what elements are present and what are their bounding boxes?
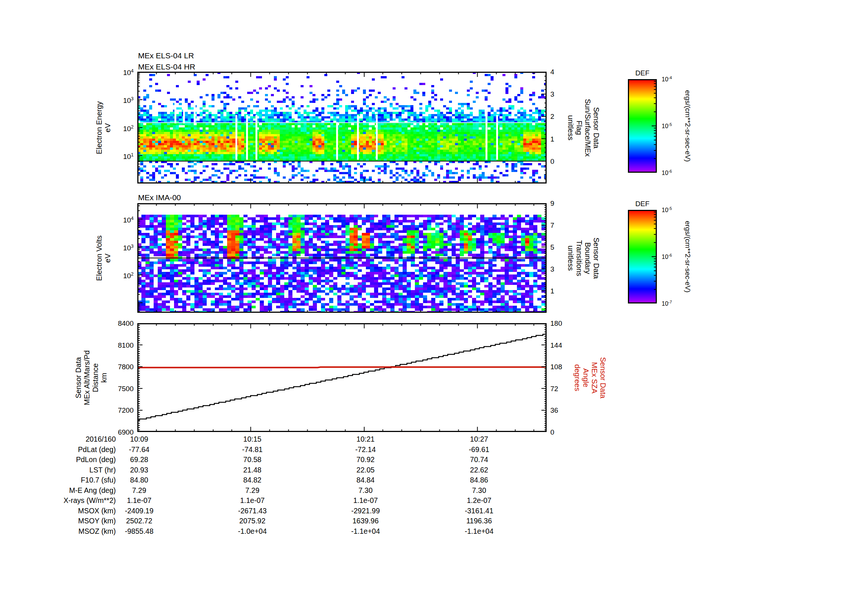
table-cell: 2502.72 bbox=[126, 517, 152, 525]
right-axis-label-line: Flag bbox=[575, 99, 583, 157]
table-cell: 10:15 bbox=[243, 435, 262, 443]
right-axis-label-line: degrees bbox=[573, 357, 581, 398]
cb-tick-mantissa: 10 bbox=[662, 300, 668, 307]
right-tick-label: 2 bbox=[550, 113, 555, 120]
colorbar-tick-label: 10-6 bbox=[662, 169, 672, 176]
panel-title: MEx ELS-04 HR bbox=[138, 62, 195, 72]
tick-exponent: 2 bbox=[131, 271, 133, 277]
right-tick-label: 1 bbox=[550, 135, 555, 142]
colorbar-title: DEF bbox=[636, 200, 649, 208]
right-axis-label-line: Sensor Data bbox=[592, 99, 600, 157]
table-row-label: MSOZ (km) bbox=[78, 527, 116, 535]
tick-mantissa: 10 bbox=[123, 96, 131, 104]
table-cell: 1.1e-07 bbox=[127, 496, 151, 505]
colorbar-els-spectrogram bbox=[628, 79, 657, 173]
cb-tick-mantissa: 10 bbox=[662, 76, 668, 82]
cb-tick-exponent: -5 bbox=[668, 206, 672, 211]
table-cell: 1639.96 bbox=[353, 517, 379, 525]
table-cell: 22.62 bbox=[470, 465, 488, 474]
right-tick-label: 144 bbox=[550, 341, 562, 348]
table-cell: -1.1e+04 bbox=[465, 527, 494, 535]
y-tick-label: 8100 bbox=[118, 341, 133, 348]
table-row-label: F10.7 (sfu) bbox=[81, 476, 116, 484]
y-axis-label-line: Electron Volts bbox=[95, 235, 104, 280]
y-tick-label: 7800 bbox=[118, 363, 133, 370]
right-tick-label: 5 bbox=[550, 244, 555, 251]
mex-orbit-summary-figure: MEx ELS-04 LRMEx ELS-04 HR10410310210143… bbox=[0, 0, 868, 614]
right-axis-label: Sensor DataMEx SZAAngledegrees bbox=[573, 357, 607, 398]
right-tick-label: 72 bbox=[550, 385, 558, 392]
tick-exponent: 3 bbox=[131, 96, 133, 101]
table-cell: 84.80 bbox=[130, 476, 149, 484]
y-axis-label-line: Distance bbox=[91, 350, 100, 405]
table-row-label: MSOY (km) bbox=[78, 517, 116, 525]
right-tick-label: 1 bbox=[550, 288, 555, 295]
right-tick-label: 7 bbox=[550, 222, 555, 229]
table-row-label: LST (hr) bbox=[90, 465, 116, 474]
table-cell: 2075.92 bbox=[239, 517, 266, 525]
y-tick-label: 103 bbox=[123, 95, 133, 104]
right-axis-label-line: Transitions bbox=[575, 237, 583, 278]
table-row-label: 2016/160 bbox=[86, 435, 116, 443]
table-row-label: X-rays (W/m**2) bbox=[64, 496, 116, 505]
y-tick-label: 103 bbox=[123, 242, 133, 252]
right-axis-label-line: Sensor Data bbox=[598, 357, 607, 398]
tick-exponent: 4 bbox=[131, 68, 133, 73]
table-row-label: PdLon (deg) bbox=[76, 455, 116, 464]
table-row-label: PdLat (deg) bbox=[78, 445, 116, 454]
cb-tick-mantissa: 10 bbox=[662, 207, 668, 213]
colorbar-tick-label: 10-6 bbox=[662, 253, 672, 260]
table-cell: -3161.41 bbox=[465, 506, 494, 515]
colorbar-tick-label: 10-5 bbox=[662, 122, 672, 130]
right-tick-label: 36 bbox=[550, 407, 558, 414]
panel-title: MEx ELS-04 LR bbox=[138, 51, 194, 60]
right-tick-label: 3 bbox=[550, 266, 555, 273]
tick-mantissa: 10 bbox=[123, 125, 131, 133]
table-cell: -2409.19 bbox=[125, 506, 153, 515]
table-cell: 1.1e-07 bbox=[353, 496, 378, 505]
table-cell: -74.81 bbox=[242, 445, 262, 454]
right-axis-label-line: unitless bbox=[566, 237, 575, 278]
tick-exponent: 1 bbox=[131, 152, 133, 157]
table-cell: 1.1e-07 bbox=[240, 496, 265, 505]
right-tick-label: 4 bbox=[550, 68, 555, 75]
y-tick-label: 102 bbox=[123, 123, 133, 132]
table-cell: 10:09 bbox=[130, 435, 149, 443]
cb-tick-exponent: -5 bbox=[668, 122, 672, 127]
cb-tick-mantissa: 10 bbox=[662, 123, 668, 129]
cb-tick-exponent: -7 bbox=[668, 300, 672, 304]
table-cell: 84.84 bbox=[356, 476, 375, 484]
y-tick-label: 104 bbox=[123, 67, 133, 76]
table-cell: 20.93 bbox=[130, 465, 149, 474]
right-axis-label-line: Sun/Surface/MEx bbox=[583, 99, 592, 157]
y-axis-label: Sensor DataMEx Alt/Mars/PdDistancekm bbox=[74, 350, 108, 405]
table-cell: 7.29 bbox=[132, 486, 146, 494]
cb-tick-exponent: -4 bbox=[668, 75, 672, 80]
table-cell: 1.2e-07 bbox=[467, 496, 491, 505]
table-row-label: MSOX (km) bbox=[78, 506, 116, 515]
table-cell: 10:27 bbox=[470, 435, 488, 443]
table-cell: 1196.36 bbox=[466, 517, 492, 525]
cb-tick-exponent: -6 bbox=[668, 253, 672, 257]
table-cell: -69.61 bbox=[469, 445, 489, 454]
table-cell: 22.05 bbox=[356, 465, 375, 474]
y-axis-label-line: Electron Energy bbox=[95, 101, 104, 154]
table-cell: 70.74 bbox=[470, 455, 488, 464]
colorbar-units: ergs/(cm**2-sr-sec-eV) bbox=[684, 221, 692, 292]
right-axis-label-line: Angle bbox=[581, 357, 590, 398]
cb-tick-mantissa: 10 bbox=[662, 170, 668, 176]
tick-mantissa: 10 bbox=[123, 153, 131, 160]
y-tick-label: 104 bbox=[123, 215, 133, 224]
y-tick-label: 7500 bbox=[118, 385, 133, 392]
y-axis-label: Electron VoltseV bbox=[95, 235, 112, 280]
right-axis-label-line: unitless bbox=[566, 99, 575, 157]
colorbar-tick-label: 10-7 bbox=[662, 300, 672, 307]
right-tick-label: 180 bbox=[550, 320, 562, 327]
y-axis-label-line: eV bbox=[104, 235, 112, 280]
y-tick-label: 102 bbox=[123, 270, 133, 279]
table-cell: -1.0e+04 bbox=[238, 527, 267, 535]
tick-exponent: 2 bbox=[131, 124, 133, 129]
els-spectrogram-canvas bbox=[137, 72, 547, 183]
table-cell: -77.64 bbox=[129, 445, 149, 454]
table-cell: 84.82 bbox=[243, 476, 262, 484]
